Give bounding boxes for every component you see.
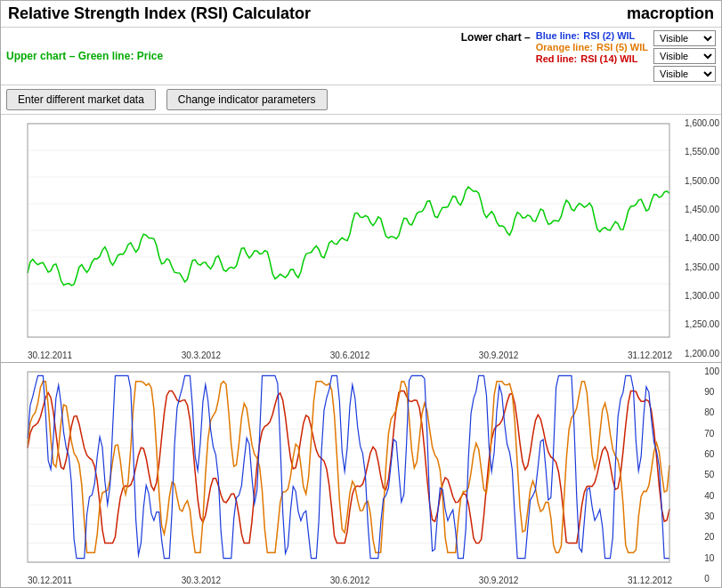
blue-line-legend: Blue line: RSI (2) WIL	[536, 30, 648, 41]
blue-visibility-select[interactable]: Visible Hidden	[653, 30, 716, 46]
enter-data-button[interactable]: Enter different market data	[6, 89, 156, 110]
header: Relative Strength Index (RSI) Calculator…	[1, 1, 721, 28]
orange-line-legend: Orange line: RSI (5) WIL	[536, 42, 648, 52]
page-container: Relative Strength Index (RSI) Calculator…	[0, 0, 722, 588]
red-visibility-select[interactable]: Visible Hidden	[653, 66, 716, 82]
lower-chart: 1009080706050403020100 30.12.201130.3.20…	[1, 363, 721, 587]
blue-line-value: RSI (2) WIL	[583, 30, 635, 41]
visibility-dropdowns: Visible Hidden Visible Hidden Visible Hi…	[653, 30, 716, 82]
lower-legend: Blue line: RSI (2) WIL Orange line: RSI …	[536, 30, 648, 64]
lower-legend-area: Lower chart – Blue line: RSI (2) WIL Ora…	[461, 30, 716, 82]
charts-area: 1,600.001,550.001,500.001,450.001,400.00…	[1, 115, 721, 587]
upper-chart-label: Upper chart – Green line: Price	[6, 50, 163, 62]
controls-row: Upper chart – Green line: Price Lower ch…	[1, 28, 721, 85]
orange-visibility-select[interactable]: Visible Hidden	[653, 48, 716, 64]
blue-line-label: Blue line:	[536, 30, 580, 41]
buttons-row: Enter different market data Change indic…	[1, 85, 721, 115]
red-line-legend: Red line: RSI (14) WIL	[536, 53, 648, 64]
red-line-label: Red line:	[536, 53, 577, 64]
lower-chart-text: Lower chart –	[461, 30, 531, 44]
page-title: Relative Strength Index (RSI) Calculator	[8, 4, 311, 23]
change-params-button[interactable]: Change indicator parameters	[166, 89, 328, 110]
upper-chart-canvas	[1, 115, 721, 362]
orange-line-value: RSI (5) WIL	[596, 42, 648, 52]
upper-chart: 1,600.001,550.001,500.001,450.001,400.00…	[1, 115, 721, 363]
red-line-value: RSI (14) WIL	[580, 53, 637, 64]
logo: macroption	[627, 4, 714, 23]
orange-line-label: Orange line:	[536, 42, 593, 52]
lower-chart-canvas	[1, 363, 721, 587]
